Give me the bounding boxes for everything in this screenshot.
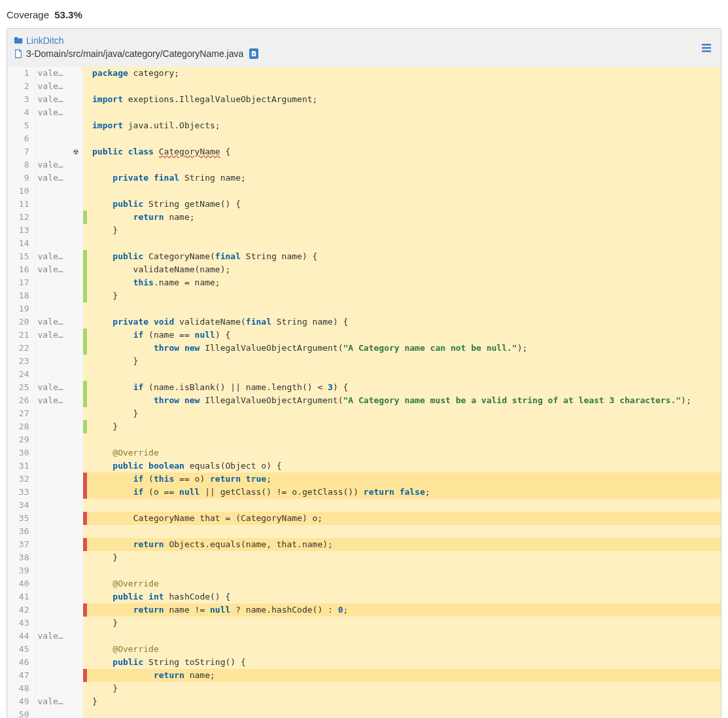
svg-rect-4 [702,50,711,52]
line-number[interactable]: 9 [7,171,35,185]
line-number[interactable]: 34 [7,499,35,512]
line-number[interactable]: 6 [7,132,35,145]
line-author: vale… [35,263,69,276]
line-number[interactable]: 14 [7,237,35,250]
line-author [35,198,69,211]
line-gutter [69,185,83,198]
line-number[interactable]: 45 [7,643,35,656]
svg-rect-2 [702,44,711,46]
line-gutter [69,551,83,564]
line-number[interactable]: 4 [7,106,35,119]
line-gutter [69,420,83,433]
coverage-label: Coverage [7,9,49,20]
line-number[interactable]: 36 [7,525,35,538]
line-number[interactable]: 38 [7,551,35,564]
line-number[interactable]: 18 [7,289,35,302]
line-number[interactable]: 23 [7,355,35,368]
line-number[interactable]: 2 [7,80,35,93]
line-author [35,433,69,446]
code-row: 28 } [7,420,721,433]
line-number[interactable]: 22 [7,342,35,355]
code-row: 13 } [7,224,721,237]
line-number[interactable]: 15 [7,250,35,263]
line-gutter [69,211,83,224]
line-number[interactable]: 24 [7,368,35,381]
line-number[interactable]: 7 [7,145,35,158]
line-number[interactable]: 33 [7,486,35,499]
line-number[interactable]: 21 [7,329,35,342]
line-number[interactable]: 30 [7,446,35,459]
code-row: 6 [7,132,721,145]
line-number[interactable]: 29 [7,433,35,446]
line-number[interactable]: 31 [7,459,35,473]
line-author [35,355,69,368]
code-row: 39 [7,564,721,577]
line-number[interactable]: 32 [7,473,35,486]
file-diff-icon[interactable] [249,48,258,59]
code-line [87,499,721,512]
line-number[interactable]: 8 [7,158,35,171]
code-row: 41 public int hashCode() { [7,590,721,603]
line-number[interactable]: 3 [7,93,35,106]
breadcrumb-project-link[interactable]: LinkDitch [26,35,64,46]
line-number[interactable]: 11 [7,198,35,211]
menu-icon[interactable] [701,43,713,54]
line-number[interactable]: 20 [7,315,35,329]
line-gutter [69,459,83,473]
line-number[interactable]: 49 [7,695,35,708]
line-number[interactable]: 42 [7,603,35,617]
line-number[interactable]: 10 [7,185,35,198]
line-number[interactable]: 13 [7,224,35,237]
line-number[interactable]: 5 [7,119,35,132]
line-author [35,669,69,682]
code-line: throw new IllegalValueObjectArgument("A … [87,342,721,355]
line-number[interactable]: 44 [7,630,35,643]
line-gutter [69,525,83,538]
code-line: public String getName() { [87,198,721,211]
line-author [35,185,69,198]
line-author [35,512,69,525]
code-row: 2vale… [7,80,721,93]
line-number[interactable]: 12 [7,211,35,224]
line-author [35,237,69,250]
line-number[interactable]: 40 [7,577,35,590]
line-number[interactable]: 50 [7,708,35,718]
line-number[interactable]: 48 [7,682,35,695]
line-author: vale… [35,158,69,171]
line-number[interactable]: 28 [7,420,35,433]
line-number[interactable]: 37 [7,538,35,551]
code-line: if (o == null || getClass() != o.getClas… [87,486,721,499]
code-row: 19 [7,302,721,315]
line-number[interactable]: 39 [7,564,35,577]
line-number[interactable]: 17 [7,276,35,289]
line-gutter [69,682,83,695]
line-author: vale… [35,630,69,643]
mutation-icon[interactable]: ☢ [73,147,78,156]
line-gutter [69,93,83,106]
line-gutter [69,276,83,289]
code-line [87,368,721,381]
line-number[interactable]: 26 [7,394,35,407]
code-line: } [87,407,721,420]
line-author [35,145,69,158]
line-number[interactable]: 35 [7,512,35,525]
line-number[interactable]: 47 [7,669,35,682]
line-number[interactable]: 43 [7,617,35,630]
line-number[interactable]: 1 [7,67,35,80]
code-row: 35 CategoryName that = (CategoryName) o; [7,512,721,525]
line-gutter [69,486,83,499]
code-line: if (name == null) { [87,329,721,342]
line-gutter [69,473,83,486]
code-row: 42 return name != null ? name.hashCode()… [7,603,721,617]
line-number[interactable]: 25 [7,381,35,394]
line-number[interactable]: 41 [7,590,35,603]
line-number[interactable]: 46 [7,656,35,669]
line-number[interactable]: 16 [7,263,35,276]
line-gutter [69,590,83,603]
code-line [87,433,721,446]
line-number[interactable]: 27 [7,407,35,420]
line-number[interactable]: 19 [7,302,35,315]
line-author [35,473,69,486]
code-row: 37 return Objects.equals(name, that.name… [7,538,721,551]
line-gutter [69,315,83,329]
